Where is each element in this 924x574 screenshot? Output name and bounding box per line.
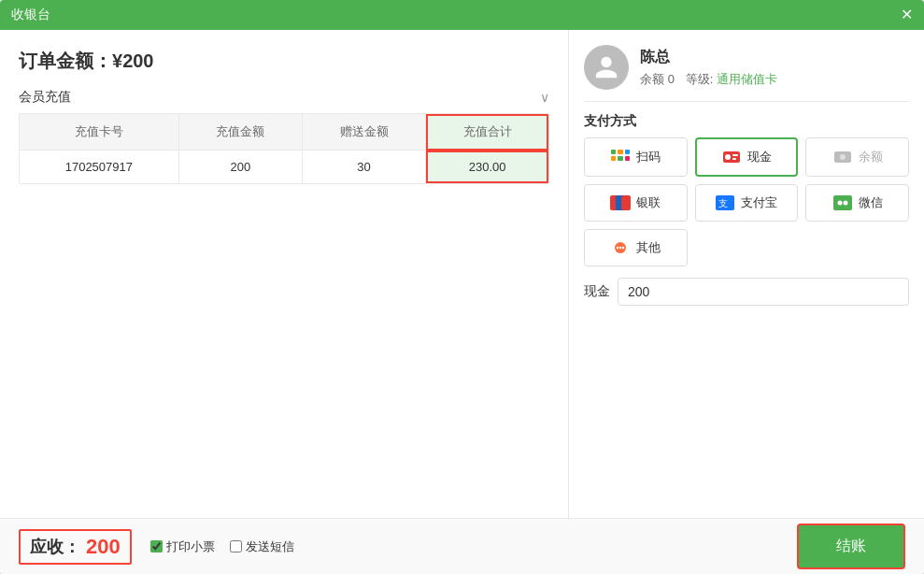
payment-unionpay-button[interactable]: 银联 — [584, 184, 688, 222]
receivable-amount: 200 — [86, 535, 121, 559]
payment-balance-button[interactable]: 余额 — [805, 137, 909, 177]
payment-section: 支付方式 扫码 现金 — [584, 113, 909, 266]
right-panel: 陈总 余额 0 等级: 通用储值卡 支付方式 — [569, 30, 924, 518]
user-name: 陈总 — [640, 48, 777, 67]
wechat-icon — [832, 194, 853, 211]
table-header-row: 充值卡号 充值金额 赠送金额 充值合计 — [20, 114, 548, 151]
col-header-card-number: 充值卡号 — [20, 114, 178, 151]
other-label: 其他 — [636, 239, 661, 256]
recharge-table-wrapper: 充值卡号 充值金额 赠送金额 充值合计 1702507917 200 30 23… — [19, 113, 549, 184]
user-info: 陈总 余额 0 等级: 通用储值卡 — [584, 45, 909, 102]
svg-rect-14 — [621, 195, 631, 210]
cash-input[interactable] — [618, 278, 909, 306]
payment-wechat-button[interactable]: 微信 — [805, 184, 909, 222]
payment-cash-button[interactable]: 现金 — [695, 137, 799, 177]
balance-info: 余额 0 — [640, 71, 675, 88]
send-sms-checkbox[interactable] — [230, 540, 242, 552]
cash-label: 现金 — [747, 149, 772, 165]
balance-icon — [832, 149, 853, 165]
payment-other-button[interactable]: 其他 — [584, 229, 688, 266]
recharge-table: 充值卡号 充值金额 赠送金额 充值合计 1702507917 200 30 23… — [20, 114, 548, 183]
user-details: 陈总 余额 0 等级: 通用储值卡 — [640, 48, 777, 88]
user-level: 通用储值卡 — [717, 72, 777, 86]
svg-rect-9 — [732, 158, 736, 160]
bottom-options: 打印小票 发送短信 — [150, 538, 797, 555]
alipay-label: 支付宝 — [741, 194, 777, 211]
svg-point-11 — [840, 154, 846, 160]
svg-point-18 — [837, 201, 842, 206]
svg-rect-2 — [625, 150, 630, 154]
svg-rect-7 — [725, 154, 731, 160]
print-receipt-checkbox[interactable] — [150, 540, 163, 552]
col-header-bonus-amount: 赠送金额 — [302, 114, 425, 151]
cash-input-label: 现金 — [584, 283, 610, 300]
svg-point-19 — [843, 201, 847, 206]
window-title: 收银台 — [11, 7, 50, 23]
svg-rect-1 — [618, 150, 623, 154]
payment-scan-button[interactable]: 扫码 — [584, 137, 688, 177]
svg-rect-8 — [732, 154, 738, 156]
title-bar: 收银台 ✕ — [0, 0, 924, 30]
unionpay-label: 银联 — [636, 194, 661, 211]
other-icon — [610, 239, 631, 256]
wechat-label: 微信 — [859, 194, 883, 211]
unionpay-icon — [610, 194, 631, 211]
alipay-icon: 支 — [715, 194, 735, 211]
cell-total: 230.00 — [426, 151, 548, 184]
svg-point-23 — [622, 247, 624, 249]
balance-label: 余额 — [859, 149, 883, 165]
checkout-button[interactable]: 结账 — [797, 524, 905, 569]
col-header-recharge-amount: 充值金额 — [178, 114, 302, 151]
scan-icon — [610, 149, 631, 165]
cell-bonus-amount: 30 — [302, 151, 425, 184]
left-panel: 订单金额：¥200 会员充值 ∨ 充值卡号 充值金额 赠送金额 充值合计 — [0, 30, 569, 518]
payment-section-label: 支付方式 — [584, 113, 909, 130]
svg-rect-3 — [611, 156, 616, 161]
user-meta: 余额 0 等级: 通用储值卡 — [640, 71, 777, 88]
cell-card-number: 1702507917 — [20, 151, 178, 184]
cash-input-row: 现金 — [584, 278, 909, 306]
receivable: 应收： 200 — [19, 529, 132, 565]
svg-point-21 — [617, 247, 618, 249]
chevron-down-icon: ∨ — [540, 90, 549, 105]
svg-text:支: 支 — [718, 198, 728, 208]
checkout-window: 收银台 ✕ 订单金额：¥200 会员充值 ∨ 充值卡号 充值金额 赠送金额 — [0, 0, 924, 574]
svg-rect-4 — [618, 156, 623, 161]
table-row: 1702507917 200 30 230.00 — [20, 151, 548, 184]
cell-recharge-amount: 200 — [178, 151, 302, 184]
col-header-total: 充值合计 — [426, 114, 548, 151]
avatar — [584, 45, 629, 90]
content-area: 订单金额：¥200 会员充值 ∨ 充值卡号 充值金额 赠送金额 充值合计 — [0, 30, 924, 518]
svg-rect-5 — [625, 156, 630, 161]
bottom-bar: 应收： 200 打印小票 发送短信 结账 — [0, 518, 924, 574]
payment-alipay-button[interactable]: 支 支付宝 — [695, 184, 799, 222]
member-recharge-label: 会员充值 ∨ — [19, 89, 549, 106]
send-sms-label[interactable]: 发送短信 — [230, 538, 294, 555]
scan-label: 扫码 — [636, 149, 661, 165]
close-button[interactable]: ✕ — [901, 7, 913, 22]
svg-rect-0 — [611, 150, 616, 154]
order-amount: 订单金额：¥200 — [19, 49, 549, 74]
cash-icon — [721, 149, 742, 165]
svg-point-22 — [619, 247, 621, 249]
level-info: 等级: 通用储值卡 — [686, 71, 777, 88]
payment-methods-grid: 扫码 现金 余额 — [584, 137, 909, 266]
svg-rect-17 — [833, 195, 852, 210]
print-receipt-label[interactable]: 打印小票 — [150, 538, 215, 555]
receivable-label: 应收： — [30, 536, 80, 558]
